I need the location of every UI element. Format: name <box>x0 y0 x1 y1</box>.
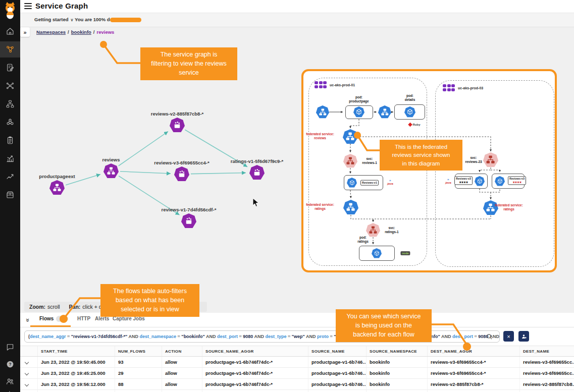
flow-cell: 72 <box>115 390 162 392</box>
getting-started-dropdown[interactable]: Getting started∨ <box>34 17 73 22</box>
flow-cell: reviews-v2-885f87cb8-* <box>428 390 520 392</box>
service-graph-icon[interactable] <box>0 41 20 58</box>
dashboards-icon[interactable] <box>0 150 20 166</box>
active-tab-underline <box>30 325 71 327</box>
chat-icon[interactable] <box>0 339 20 355</box>
row-expand-icon[interactable] <box>25 360 29 364</box>
breadcrumb-current: reviews <box>97 29 115 35</box>
flow-cell: productpage-v1-6b746… <box>308 357 367 368</box>
trends-icon[interactable] <box>0 169 20 185</box>
flow-row[interactable]: Jun 23, 2022 @ 19:56:12.00088allowproduc… <box>20 379 574 390</box>
query-segment: dest_namespace <box>140 334 177 339</box>
flow-cell: Jun 23, 2022 @ 19:45:25.000 <box>38 368 115 379</box>
query-segment: AND <box>305 334 317 339</box>
hamburger-menu-icon[interactable] <box>24 3 32 9</box>
user-add-button[interactable] <box>518 331 529 342</box>
query-segment: dest_port <box>217 334 238 339</box>
endpoints-icon[interactable] <box>0 78 20 94</box>
pod-ratings-label: pod: ratings <box>357 236 369 244</box>
left-nav-sidebar: ? <box>0 0 20 392</box>
federation-diagram-panel: uc-aks-prod-01 uc-aks-prod-03 pod: produ… <box>301 69 557 272</box>
breadcrumb: Namespaces/bookinfo/reviews <box>36 29 114 35</box>
service-node-reviews[interactable] <box>103 163 119 179</box>
query-segment: proto <box>317 334 329 339</box>
policies-icon[interactable] <box>0 60 20 76</box>
column-header-action[interactable]: ACTION <box>162 346 202 357</box>
collapse-table-icon[interactable]: » <box>24 318 32 322</box>
compliance-icon[interactable] <box>0 132 20 148</box>
row-expand-icon[interactable] <box>25 382 29 386</box>
column-header-start_time[interactable]: START_TIME <box>38 346 115 357</box>
svc-ratings-1-label: svc: ratings-1 <box>385 226 398 234</box>
tab-flows[interactable]: Flows20 <box>39 316 68 322</box>
pod-productpage-label: pod: productpage <box>349 95 369 103</box>
column-header-source_name_aggr[interactable]: SOURCE_NAME_AGGR <box>202 346 308 357</box>
archive-icon[interactable] <box>0 187 20 203</box>
flow-row[interactable]: Jun 23, 2022 @ 19:50:45.00093allowproduc… <box>20 357 574 368</box>
callout-federated: This is the federated reviews service sh… <box>380 140 462 171</box>
svc-reviews-1-label: svc: reviews-1 <box>362 157 377 165</box>
workload-node-reviews-v3-6f69655cc4-*[interactable] <box>174 166 189 182</box>
callout-backend: You can see which service is being used … <box>336 309 432 342</box>
flow-cell: allow <box>162 357 202 368</box>
flow-cell: allow <box>162 368 202 379</box>
flow-cell: reviews-v3-6f69655cc4-* <box>428 357 520 368</box>
column-header-source_namespace[interactable]: SOURCE_NAMESPACE <box>367 346 428 357</box>
flow-row[interactable]: Jun 23, 2022 @ 19:45:25.00029allowproduc… <box>20 368 574 379</box>
graph-node-label: productpageext <box>17 174 97 179</box>
flow-cell: allow <box>162 390 202 392</box>
clusters-icon[interactable] <box>0 114 20 130</box>
home-icon[interactable] <box>0 23 20 39</box>
search-icon <box>486 333 493 340</box>
flows-table: START_TIMENUM_FLOWSACTIONSOURCE_NAME_AGG… <box>20 346 574 392</box>
row-expand-icon[interactable] <box>25 371 29 375</box>
query-segment: = <box>66 334 71 339</box>
flow-cell: reviews-v2-885f87cb8-* <box>428 379 520 390</box>
breadcrumb-namespaces[interactable]: Namespaces <box>36 29 66 35</box>
flow-cell: reviews-v3-6f69655cc… <box>520 368 574 379</box>
workload-node-reviews-v2-885f87cb8-*[interactable] <box>170 118 185 133</box>
federated-service-reviews-label: federated service: reviews <box>306 132 334 140</box>
flow-cell: Jun 23, 2022 @ 19:50:45.000 <box>38 357 115 368</box>
diagram-connectors <box>303 71 555 270</box>
pod-details-label: pod: details <box>405 94 415 102</box>
flow-cell: productpage-v1-6b746… <box>308 379 367 390</box>
flow-cell: bookinfo <box>367 379 428 390</box>
cluster-icon <box>315 81 327 88</box>
usage-icon[interactable] <box>0 386 20 392</box>
sitemap-icon[interactable] <box>0 96 20 112</box>
graph-node-label: ratings-v1-5f6d67f9c9-* <box>217 158 297 164</box>
flow-cell: productpage-v1-6b746f74dc-* <box>202 390 308 392</box>
calico-logo-icon <box>2 1 19 19</box>
service-node-productpageext[interactable] <box>49 180 65 195</box>
flow-cell: productpage-v1-6b746… <box>308 390 367 392</box>
graph-node-label: reviews-v2-885f87cb8-* <box>137 111 218 117</box>
query-segment: "wep" <box>292 334 305 339</box>
federated-service-ratings-label: federated service: ratings <box>306 203 334 211</box>
tab-http[interactable]: HTTP <box>77 316 90 321</box>
flow-cell: bookinfo <box>367 357 428 368</box>
clear-filter-button[interactable]: × <box>503 331 514 342</box>
column-header-dest_name[interactable]: DEST_NAME <box>520 346 574 357</box>
filter-row: (dest_name_aggr = "reviews-v1-7d4fd56cdf… <box>20 327 574 346</box>
workload-node-ratings-v1-5f6d67f9c9-*[interactable] <box>249 165 265 180</box>
column-header-dest_name_aggr[interactable]: DEST_NAME_AGGR <box>428 346 520 357</box>
collapse-panel-button[interactable]: » <box>20 27 30 37</box>
flow-cell: 93 <box>115 357 162 368</box>
breadcrumb-namespace[interactable]: bookinfo <box>71 29 91 35</box>
callout-filtering: The service graph is filtering to view t… <box>140 47 237 80</box>
reviews-v3-chip: Reviews-v3★★★★ <box>508 176 526 185</box>
flow-cell: productpage-v1-6b746f74dc-* <box>202 368 308 379</box>
ruby-logo: Ruby <box>409 123 421 126</box>
workload-node-reviews-v1-7d4fd56cdf-*[interactable] <box>181 213 196 229</box>
app-header: Service Graph <box>20 0 574 13</box>
service-graph-app: ? Service Graph Getting started∨ You are… <box>0 0 574 392</box>
flow-cell: reviews-v2-885f87cb8… <box>520 379 574 390</box>
flow-cell: 29 <box>115 368 162 379</box>
mouse-cursor <box>252 198 259 208</box>
column-header-num_flows[interactable]: NUM_FLOWS <box>115 346 162 357</box>
column-header-source_name[interactable]: SOURCE_NAME <box>308 346 367 357</box>
help-icon[interactable]: ? <box>0 356 20 372</box>
query-segment: dest_type <box>266 334 287 339</box>
flow-row[interactable]: Jun 23, 2022 @ 19:50:45.00072allowproduc… <box>20 390 574 392</box>
